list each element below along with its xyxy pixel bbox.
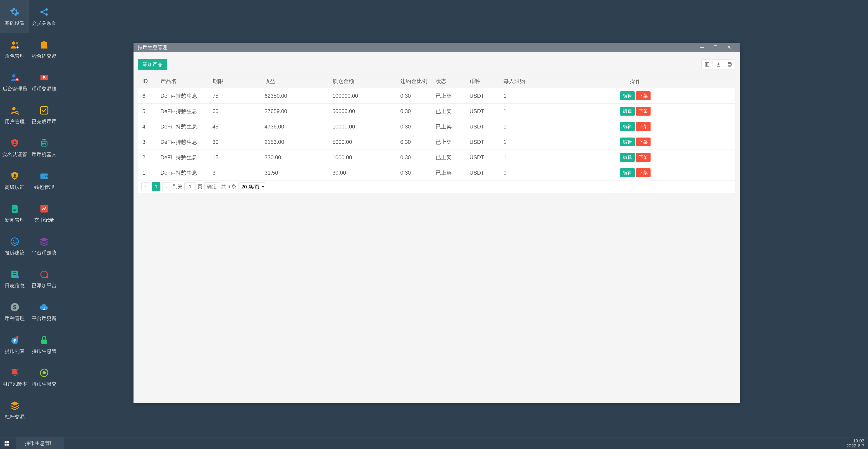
- table-row: 5DeFi--持憋生息6027659.0050000.000.30已上架USDT…: [138, 104, 735, 119]
- col-header-8[interactable]: 每人限购: [499, 74, 536, 88]
- col-header-9[interactable]: 操作: [536, 74, 735, 88]
- log-icon: [9, 269, 20, 280]
- taskbar-clock[interactable]: 19:03 2022-6-7: [843, 438, 868, 448]
- taskbar-task[interactable]: 持币生息管理: [16, 438, 64, 449]
- col-header-0[interactable]: ID: [138, 74, 156, 88]
- svg-text:B: B: [42, 75, 45, 80]
- window-minimize-icon[interactable]: ─: [695, 44, 709, 51]
- desktop-icon-10[interactable]: 高级认证: [0, 164, 29, 197]
- off-shelf-button[interactable]: 下架: [636, 168, 651, 177]
- page-jump-input[interactable]: [184, 182, 196, 191]
- bag-icon: [38, 39, 50, 51]
- table-cell: 3: [208, 165, 260, 181]
- table-row: 3DeFi--持憋生息302153.005000.000.30已上架USDT1编…: [138, 134, 735, 150]
- table-cell: 1: [499, 134, 536, 150]
- table-cell: 330.00: [260, 150, 328, 165]
- desktop-icon-7[interactable]: 已完成币币: [29, 98, 59, 131]
- desktop-icon-21[interactable]: 持币生息管: [29, 328, 59, 361]
- svg-rect-39: [7, 444, 9, 446]
- table-cell: 3: [138, 134, 156, 150]
- desktop-icon-1[interactable]: 会员关系图: [29, 0, 59, 33]
- chart-up-icon: [38, 203, 50, 215]
- desktop-icon-24[interactable]: 杠杆交易: [0, 393, 29, 426]
- desktop-icon-17[interactable]: 已添加平台: [29, 262, 59, 295]
- print-icon[interactable]: [724, 60, 735, 69]
- off-shelf-button[interactable]: 下架: [636, 137, 651, 146]
- window-maximize-icon[interactable]: ☐: [709, 44, 722, 51]
- desktop-icon-5[interactable]: B币币交易挂: [29, 66, 59, 98]
- col-header-5[interactable]: 违约金比例: [396, 74, 432, 88]
- add-product-button[interactable]: 添加产品: [138, 59, 167, 70]
- desktop-icon-13[interactable]: 充币记录: [29, 197, 59, 230]
- edit-button[interactable]: 编辑: [620, 153, 635, 162]
- off-shelf-button[interactable]: 下架: [636, 153, 651, 162]
- edit-button[interactable]: 编辑: [620, 91, 635, 100]
- start-button[interactable]: [0, 438, 13, 449]
- desktop-icon-18[interactable]: $币种管理: [0, 295, 29, 328]
- table-row: 2DeFi--持憋生息15330.001000.000.30已上架USDT1编辑…: [138, 150, 735, 165]
- desktop-icon-19[interactable]: 平台币更新: [29, 295, 59, 328]
- user-search-icon: [9, 105, 20, 116]
- off-shelf-button[interactable]: 下架: [636, 122, 651, 131]
- desktop-icon-4[interactable]: 后台管理员: [0, 66, 29, 98]
- desktop-icon-label: 平台币走势: [32, 250, 57, 256]
- user-plus-icon: [9, 72, 20, 83]
- page-next-button[interactable]: ›: [162, 182, 171, 191]
- table-cell: 30.00: [328, 165, 396, 181]
- columns-icon[interactable]: [702, 60, 713, 69]
- table-row: 6DeFi--持憋生息7562350.00100000.000.30已上架USD…: [138, 88, 735, 104]
- export-icon[interactable]: [713, 60, 724, 69]
- desktop-icon-23[interactable]: 持币生息交: [29, 361, 59, 393]
- table-cell: 10000.00: [328, 119, 396, 134]
- svg-point-1: [45, 8, 48, 11]
- col-header-3[interactable]: 收益: [260, 74, 328, 88]
- table-cell: 6: [138, 88, 156, 104]
- desktop-icon-15[interactable]: 平台币走势: [29, 230, 59, 262]
- edit-button[interactable]: 编辑: [620, 122, 635, 131]
- desktop-icon-22[interactable]: 用户风险率: [0, 361, 29, 393]
- desktop-icon-2[interactable]: 角色管理: [0, 33, 29, 66]
- window-close-icon[interactable]: ✕: [722, 44, 736, 51]
- window-titlebar[interactable]: 持币生息管理 ─ ☐ ✕: [133, 43, 740, 52]
- desktop-icon-11[interactable]: 钱包管理: [29, 164, 59, 197]
- desktop-icon-6[interactable]: 用户管理: [0, 98, 29, 131]
- col-header-1[interactable]: 产品名: [156, 74, 208, 88]
- desktop-icon-12[interactable]: 新闻管理: [0, 197, 29, 230]
- off-shelf-button[interactable]: 下架: [636, 107, 651, 116]
- desktop-icon-label: 已完成币币: [32, 118, 57, 125]
- page-size-select[interactable]: 20 条/页: [238, 182, 265, 191]
- desktop-icon-label: 持币生息管: [32, 348, 57, 355]
- robot-icon: [38, 137, 50, 149]
- desktop-icon-16[interactable]: 日志信息: [0, 262, 29, 295]
- col-header-7[interactable]: 币种: [465, 74, 499, 88]
- toolbar: 添加产品: [138, 59, 735, 70]
- svg-point-31: [42, 371, 46, 374]
- desktop-icon-label: 币币机器人: [32, 151, 57, 158]
- page-confirm-button[interactable]: 确定: [204, 182, 219, 191]
- col-header-6[interactable]: 状态: [432, 74, 465, 88]
- col-header-4[interactable]: 锁仓金额: [328, 74, 396, 88]
- svg-rect-38: [4, 444, 6, 446]
- page-number-button[interactable]: 1: [152, 182, 160, 191]
- edit-button[interactable]: 编辑: [620, 107, 635, 116]
- desktop-icon-20[interactable]: 提币列表: [0, 328, 29, 361]
- desktop-icon-14[interactable]: 投诉建议: [0, 230, 29, 262]
- edit-button[interactable]: 编辑: [620, 137, 635, 146]
- off-shelf-button[interactable]: 下架: [636, 91, 651, 100]
- desktop-icon-grid: 基础设置会员关系图角色管理秒合约交易后台管理员B币币交易挂用户管理已完成币币实名…: [0, 0, 59, 426]
- edit-button[interactable]: 编辑: [620, 168, 635, 177]
- page-prev-button[interactable]: ‹: [142, 182, 150, 191]
- col-header-2[interactable]: 期限: [208, 74, 260, 88]
- desktop-icon-8[interactable]: 实名认证管: [0, 131, 29, 164]
- table-cell: USDT: [465, 150, 499, 165]
- desktop-icon-9[interactable]: 币币机器人: [29, 131, 59, 164]
- table-cell: 1000.00: [328, 150, 396, 165]
- desktop-icon-0[interactable]: 基础设置: [0, 0, 29, 33]
- svg-rect-32: [705, 63, 709, 66]
- table-cell: 50000.00: [328, 104, 396, 119]
- table-cell: 27659.00: [260, 104, 328, 119]
- window-title: 持币生息管理: [137, 44, 695, 51]
- desktop-icon-3[interactable]: 秒合约交易: [29, 33, 59, 66]
- desktop-icon-label: 用户风险率: [2, 381, 27, 387]
- svg-point-10: [12, 107, 16, 110]
